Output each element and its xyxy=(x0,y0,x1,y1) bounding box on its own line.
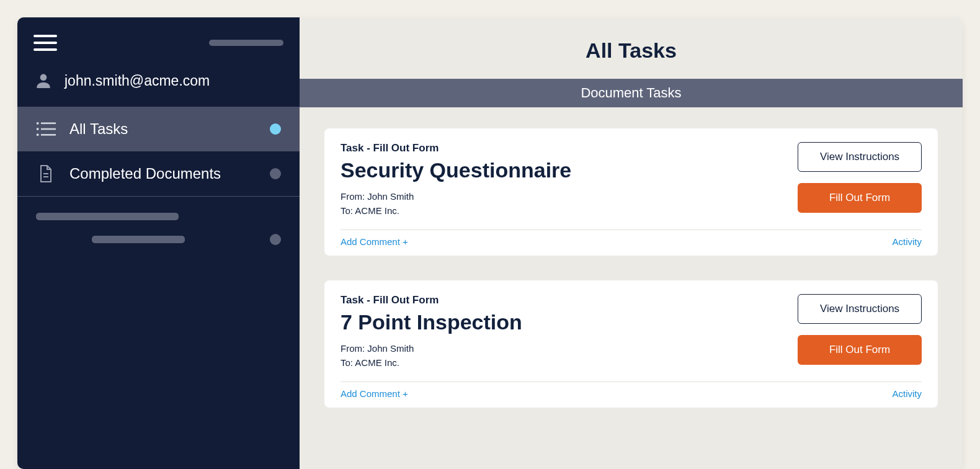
sidebar-item-label: Completed Documents xyxy=(69,165,221,182)
task-card-info: Task - Fill Out Form 7 Point Inspection … xyxy=(341,294,522,368)
task-card-body: Task - Fill Out Form 7 Point Inspection … xyxy=(341,294,922,368)
task-card-actions: View Instructions Fill Out Form xyxy=(798,294,922,368)
task-title: Security Questionnaire xyxy=(341,158,571,182)
task-from: From: John Smith xyxy=(341,191,571,202)
logo-placeholder xyxy=(209,40,283,46)
main-content: All Tasks Document Tasks Task - Fill Out… xyxy=(300,17,963,469)
placeholder-line xyxy=(92,236,185,243)
sidebar-stub-row xyxy=(36,213,281,220)
status-dot xyxy=(270,123,281,135)
status-dot xyxy=(270,168,281,179)
task-from: From: John Smith xyxy=(341,343,522,354)
document-icon xyxy=(36,165,56,182)
svg-point-3 xyxy=(37,128,39,130)
task-card-footer: Add Comment + Activity xyxy=(341,382,922,399)
fill-out-form-button[interactable]: Fill Out Form xyxy=(798,335,922,365)
page-title: All Tasks xyxy=(300,17,963,79)
task-list: Task - Fill Out Form Security Questionna… xyxy=(300,107,963,429)
sidebar-item-all-tasks[interactable]: All Tasks xyxy=(17,107,300,151)
activity-link[interactable]: Activity xyxy=(892,388,922,399)
sidebar-stub-section xyxy=(17,197,300,275)
view-instructions-button[interactable]: View Instructions xyxy=(798,294,922,324)
nav-item-left: All Tasks xyxy=(36,120,128,138)
add-comment-link[interactable]: Add Comment + xyxy=(341,388,408,399)
sidebar-item-label: All Tasks xyxy=(69,120,128,138)
sidebar: john.smith@acme.com All Tasks xyxy=(17,17,300,469)
svg-rect-2 xyxy=(41,122,56,124)
svg-point-0 xyxy=(40,74,47,81)
add-comment-link[interactable]: Add Comment + xyxy=(341,236,408,247)
view-instructions-button[interactable]: View Instructions xyxy=(798,142,922,172)
list-icon xyxy=(36,120,56,138)
task-type-label: Task - Fill Out Form xyxy=(341,294,522,306)
svg-rect-8 xyxy=(43,176,48,177)
nav-item-left: Completed Documents xyxy=(36,165,221,182)
fill-out-form-button[interactable]: Fill Out Form xyxy=(798,183,922,213)
sidebar-item-completed-documents[interactable]: Completed Documents xyxy=(17,151,300,196)
svg-rect-7 xyxy=(43,173,48,174)
user-icon xyxy=(33,71,53,91)
activity-link[interactable]: Activity xyxy=(892,236,922,247)
task-to: To: ACME Inc. xyxy=(341,205,571,216)
user-row[interactable]: john.smith@acme.com xyxy=(17,63,300,107)
page-subheader: Document Tasks xyxy=(300,79,963,107)
menu-icon[interactable] xyxy=(33,35,57,51)
task-type-label: Task - Fill Out Form xyxy=(341,142,571,154)
sidebar-top xyxy=(17,17,300,63)
placeholder-line xyxy=(36,213,179,220)
user-email: john.smith@acme.com xyxy=(65,73,210,89)
svg-point-5 xyxy=(37,133,39,136)
task-title: 7 Point Inspection xyxy=(341,310,522,334)
task-card-actions: View Instructions Fill Out Form xyxy=(798,142,922,216)
task-to: To: ACME Inc. xyxy=(341,357,522,368)
svg-point-1 xyxy=(37,122,39,125)
task-card: Task - Fill Out Form 7 Point Inspection … xyxy=(324,280,938,408)
sidebar-stub-row xyxy=(36,234,281,245)
task-card: Task - Fill Out Form Security Questionna… xyxy=(324,128,938,256)
task-card-info: Task - Fill Out Form Security Questionna… xyxy=(341,142,571,216)
task-card-footer: Add Comment + Activity xyxy=(341,230,922,247)
task-card-body: Task - Fill Out Form Security Questionna… xyxy=(341,142,922,216)
svg-rect-4 xyxy=(41,128,56,130)
app-frame: john.smith@acme.com All Tasks xyxy=(17,17,963,469)
svg-rect-6 xyxy=(41,134,56,136)
status-dot xyxy=(270,234,281,245)
